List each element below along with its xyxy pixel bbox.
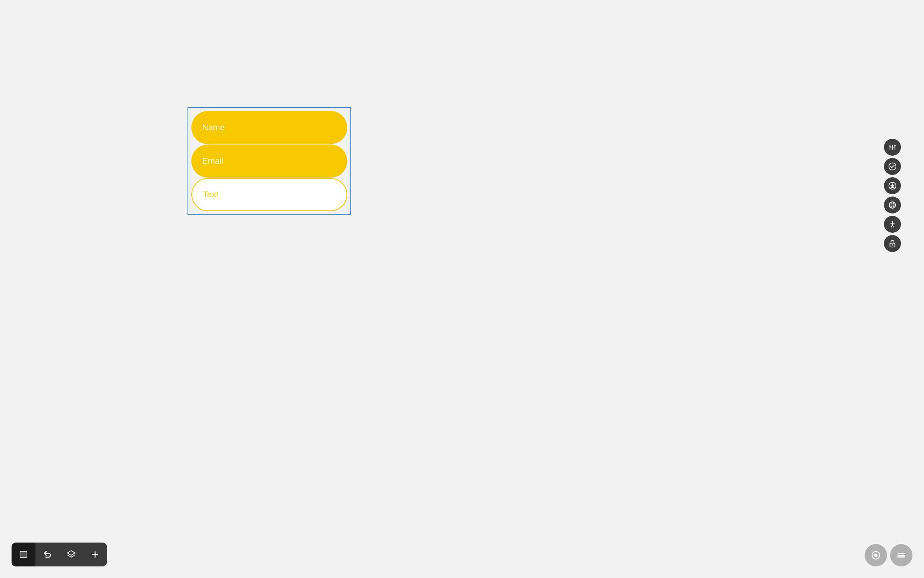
preview-button[interactable]: [865, 544, 887, 566]
svg-point-15: [892, 221, 893, 222]
accessibility-button[interactable]: [884, 216, 901, 233]
svg-point-27: [874, 554, 878, 557]
svg-point-21: [892, 244, 893, 245]
menu-button[interactable]: [890, 544, 912, 566]
svg-rect-1: [892, 145, 893, 150]
add-icon: [90, 550, 100, 559]
download-button[interactable]: [884, 177, 901, 194]
layers-active-button[interactable]: [12, 543, 35, 566]
svg-rect-0: [890, 145, 891, 150]
svg-rect-5: [894, 145, 896, 146]
bottom-right-controls: [865, 544, 912, 566]
menu-icon: [896, 550, 906, 560]
layers-active-icon: [19, 550, 28, 559]
text-label: Text: [203, 190, 218, 200]
accessibility-icon: [888, 220, 897, 229]
name-field[interactable]: Name: [191, 111, 347, 144]
svg-marker-24: [67, 551, 75, 555]
sliders-icon: [888, 143, 897, 151]
email-label: Email: [202, 156, 223, 166]
form-container[interactable]: Name Email Text: [187, 107, 351, 215]
undo-button[interactable]: [35, 543, 59, 566]
svg-rect-3: [889, 146, 891, 146]
svg-line-19: [892, 225, 894, 227]
right-toolbar: [884, 139, 901, 252]
check-icon: [888, 162, 897, 171]
globe-button[interactable]: [884, 197, 901, 213]
email-field[interactable]: Email: [191, 144, 347, 178]
layers-button[interactable]: [59, 543, 83, 566]
text-field[interactable]: Text: [191, 178, 347, 211]
name-label: Name: [202, 123, 225, 133]
preview-icon: [871, 550, 881, 560]
globe-icon: [888, 201, 897, 209]
canvas: Name Email Text: [0, 0, 924, 578]
lock-icon: [888, 239, 897, 248]
layers-icon: [67, 550, 76, 559]
download-icon: [888, 181, 897, 190]
undo-icon: [43, 550, 52, 559]
check-button[interactable]: [884, 158, 901, 175]
svg-rect-22: [20, 551, 27, 558]
sliders-button[interactable]: [884, 139, 901, 156]
bottom-toolbar: [12, 543, 107, 566]
lock-button[interactable]: [884, 235, 901, 252]
add-button[interactable]: [83, 543, 107, 566]
svg-rect-4: [891, 148, 894, 148]
